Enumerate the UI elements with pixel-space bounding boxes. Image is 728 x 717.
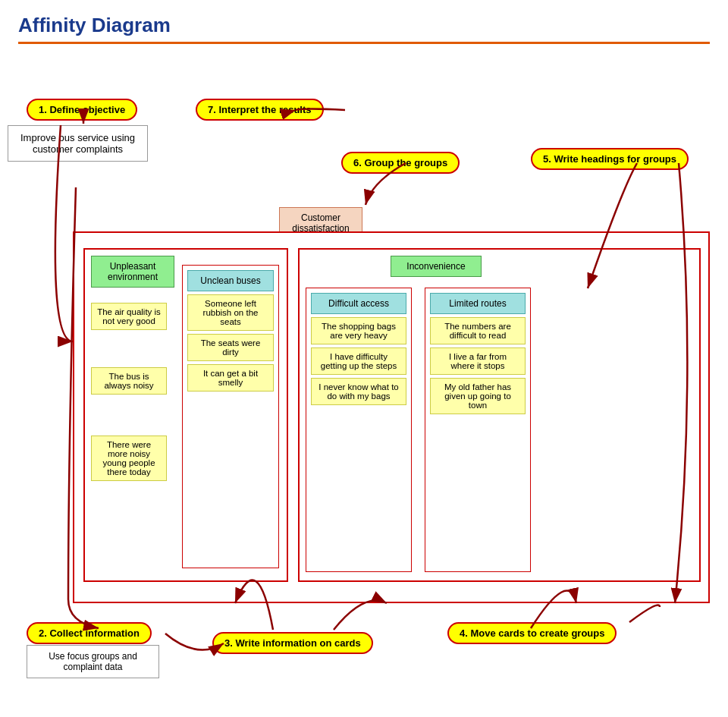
step4-pill: 4. Move cards to create groups [447, 622, 617, 644]
far-away-card: I live a far from where it stops [430, 347, 526, 375]
main-diagram-box: Unpleasant environment The air quality i… [73, 231, 710, 603]
noisy-bus-card: The bus is always noisy [91, 367, 167, 395]
step5-pill: 5. Write headings for groups [531, 148, 689, 170]
limited-routes-group: Limited routes The numbers are difficult… [425, 288, 531, 572]
unpleasant-group: Unpleasant environment The air quality i… [83, 248, 288, 582]
numbers-card: The numbers are difficult to read [430, 317, 526, 344]
air-quality-card: The air quality is not very good [91, 303, 167, 330]
step3-pill: 3. Write information on cards [212, 632, 373, 654]
inconvenience-group: Inconvenience Difficult access The shopp… [298, 248, 701, 582]
step6-pill: 6. Group the groups [341, 152, 460, 174]
unclean-group: Unclean buses Someone left rubbish on th… [182, 265, 279, 568]
smelly-card: It can get a bit smelly [187, 364, 274, 392]
difficult-access-group: Difficult access The shopping bags are v… [306, 288, 412, 572]
info-box: Use focus groups and complaint data [27, 645, 159, 678]
step2-pill: 2. Collect information [27, 622, 152, 644]
step7-pill: 7. Interpret the results [196, 99, 324, 121]
limited-routes-heading: Limited routes [430, 293, 526, 314]
rubbish-card: Someone left rubbish on the seats [187, 294, 274, 331]
shopping-bags-card: The shopping bags are very heavy [311, 317, 406, 344]
unpleasant-heading: Unpleasant environment [91, 256, 174, 288]
steps-card: I have difficulty getting up the steps [311, 347, 406, 375]
inconvenience-heading: Inconvenience [391, 256, 482, 277]
title-underline [18, 42, 710, 44]
objective-box: Improve bus service using customer compl… [8, 125, 148, 162]
bags-card: I never know what to do with my bags [311, 378, 406, 405]
old-father-card: My old father has given up going to town [430, 378, 526, 414]
dirty-seats-card: The seats were dirty [187, 334, 274, 361]
unclean-heading: Unclean buses [187, 270, 274, 291]
difficult-access-heading: Difficult access [311, 293, 406, 314]
noisy-people-card: There were more noisy young people there… [91, 436, 167, 481]
step1-pill: 1. Define objective [27, 99, 137, 121]
page-title: Affinity Diagram [0, 0, 728, 42]
